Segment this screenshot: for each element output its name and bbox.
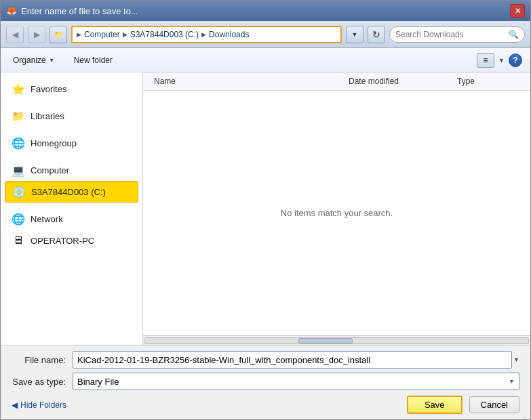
scrollbar-track[interactable]	[144, 337, 529, 344]
new-folder-button[interactable]: New folder	[70, 54, 117, 66]
sidebar-item-libraries[interactable]: 📁 Libraries	[1, 105, 142, 127]
col-name-header[interactable]: Name	[151, 75, 346, 87]
view-button[interactable]: ≡	[477, 53, 494, 68]
help-icon: ?	[513, 56, 517, 65]
col-type-header[interactable]: Type	[454, 75, 522, 87]
breadcrumb-arrow-1: ▶	[123, 31, 127, 38]
up-button[interactable]: 📁	[50, 26, 67, 43]
sidebar-label-libraries: Libraries	[31, 111, 64, 121]
horizontal-scrollbar[interactable]	[143, 335, 530, 345]
operator-pc-icon: 🖥	[12, 234, 25, 247]
filename-input[interactable]	[73, 351, 512, 369]
forward-button[interactable]: ▶	[28, 26, 45, 43]
dialog-title: Enter name of file to save to...	[21, 6, 138, 16]
sidebar-item-network[interactable]: 🌐 Network	[1, 208, 142, 230]
sidebar-item-computer[interactable]: 💻 Computer	[1, 159, 142, 181]
network-icon: 🌐	[12, 212, 25, 226]
action-row: ◀ Hide Folders Save Cancel	[12, 396, 519, 414]
favorites-icon: ⭐	[12, 82, 25, 96]
drive-icon: 💿	[12, 185, 26, 198]
computer-icon: 💻	[12, 163, 25, 177]
title-bar: 🦊 Enter name of file to save to... ✕	[1, 1, 530, 21]
column-headers: Name Date modified Type	[143, 72, 530, 91]
sidebar-label-favorites: Favorites	[31, 84, 66, 94]
main-content: ⭐ Favorites 📁 Libraries 🌐 Homegroup 💻 Co…	[1, 72, 530, 345]
breadcrumb-start-arrow: ▶	[77, 31, 81, 38]
col-date-header[interactable]: Date modified	[346, 75, 454, 87]
filename-dropdown-arrow[interactable]: ▼	[513, 356, 519, 363]
search-input[interactable]	[395, 30, 506, 39]
hide-folders-label: Hide Folders	[20, 400, 66, 410]
address-bar: ◀ ▶ 📁 ▶ Computer ▶ S3A7844D003 (C:) ▶ Do…	[1, 21, 530, 48]
filename-row: File name: ▼	[12, 351, 519, 369]
libraries-icon: 📁	[12, 109, 25, 123]
breadcrumb-computer[interactable]: Computer	[84, 30, 120, 39]
bottom-section: File name: ▼ Save as type: Binary File ▼…	[1, 345, 530, 419]
homegroup-icon: 🌐	[12, 136, 25, 150]
refresh-button[interactable]: ↻	[368, 26, 385, 43]
sidebar-item-operator-pc[interactable]: 🖥 OPERATOR-PC	[1, 230, 142, 251]
saveas-row: Save as type: Binary File ▼	[12, 373, 519, 390]
empty-message: No items match your search.	[143, 91, 530, 335]
breadcrumb-folder[interactable]: Downloads	[209, 30, 249, 39]
toolbar: Organize ▼ New folder ≡ ▼ ?	[1, 48, 530, 72]
organize-label: Organize	[13, 56, 46, 65]
file-area: Name Date modified Type No items match y…	[143, 72, 530, 345]
sidebar: ⭐ Favorites 📁 Libraries 🌐 Homegroup 💻 Co…	[1, 72, 143, 345]
filename-label: File name:	[12, 355, 73, 365]
sidebar-label-homegroup: Homegroup	[31, 138, 77, 148]
sidebar-label-s3a: S3A7844D003 (C:)	[31, 187, 106, 197]
organize-button[interactable]: Organize ▼	[9, 54, 59, 66]
sidebar-label-computer: Computer	[31, 165, 69, 175]
close-button[interactable]: ✕	[510, 4, 525, 18]
saveas-dropdown-arrow: ▼	[509, 378, 515, 385]
cancel-button[interactable]: Cancel	[469, 396, 519, 413]
new-folder-label: New folder	[74, 56, 113, 65]
saveas-label: Save as type:	[12, 377, 73, 387]
breadcrumb[interactable]: ▶ Computer ▶ S3A7844D003 (C:) ▶ Download…	[71, 26, 342, 43]
firefox-icon: 🦊	[6, 5, 17, 16]
sidebar-item-favorites[interactable]: ⭐ Favorites	[1, 78, 142, 100]
organize-dropdown-arrow: ▼	[49, 57, 55, 64]
sidebar-label-network: Network	[31, 214, 63, 224]
resize-grip[interactable]: ⌟	[523, 412, 531, 420]
breadcrumb-drive[interactable]: S3A7844D003 (C:)	[130, 30, 199, 39]
search-box[interactable]: 🔍	[389, 26, 525, 43]
sidebar-item-s3a[interactable]: 💿 S3A7844D003 (C:)	[5, 181, 138, 203]
sidebar-label-operator-pc: OPERATOR-PC	[31, 236, 94, 246]
sidebar-item-homegroup[interactable]: 🌐 Homegroup	[1, 132, 142, 154]
hide-folders-button[interactable]: ◀ Hide Folders	[12, 400, 66, 410]
breadcrumb-arrow-2: ▶	[201, 31, 206, 38]
search-icon: 🔍	[509, 30, 519, 39]
back-button[interactable]: ◀	[6, 26, 24, 43]
help-button[interactable]: ?	[509, 54, 522, 67]
saveas-dropdown[interactable]: Binary File ▼	[73, 373, 519, 390]
dropdown-button[interactable]: ▼	[346, 26, 363, 43]
scrollbar-thumb[interactable]	[298, 338, 353, 343]
saveas-value: Binary File	[77, 377, 119, 387]
save-button[interactable]: Save	[407, 396, 463, 414]
view-dropdown-arrow: ▼	[498, 57, 505, 64]
hide-folders-arrow: ◀	[12, 400, 18, 410]
view-icon: ≡	[484, 56, 488, 65]
